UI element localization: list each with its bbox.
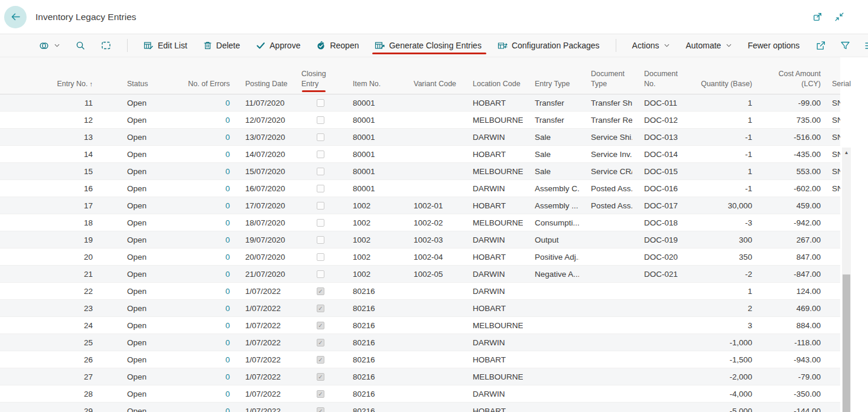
column-header-quantity-base[interactable]: Quantity (Base) — [688, 79, 755, 89]
back-button[interactable] — [4, 6, 27, 28]
table-row[interactable]: 12Open012/07/202080001MELBOURNETransferT… — [0, 112, 840, 129]
closing-entry-checkbox[interactable] — [317, 133, 324, 141]
scrollbar-up-arrow[interactable]: ▲ — [842, 148, 851, 157]
share-button[interactable] — [815, 41, 826, 51]
closing-entry-checkbox[interactable]: ✓ — [317, 390, 324, 398]
approve-button[interactable]: Approve — [256, 41, 300, 50]
cell-closing-entry[interactable] — [301, 133, 340, 141]
cell-no-of-errors[interactable]: 0 — [183, 116, 239, 125]
cell-no-of-errors[interactable]: 0 — [183, 201, 239, 210]
table-row[interactable]: 19Open019/07/202010021002-03DARWINOutput… — [0, 231, 840, 248]
views-button[interactable] — [39, 41, 60, 51]
closing-entry-checkbox[interactable] — [317, 168, 324, 175]
closing-entry-checkbox[interactable] — [317, 185, 324, 192]
cell-no-of-errors[interactable]: 0 — [183, 236, 239, 244]
cell-closing-entry[interactable] — [301, 185, 340, 192]
cell-no-of-errors[interactable]: 0 — [183, 355, 239, 364]
column-header-location-code[interactable]: Location Code — [461, 79, 523, 89]
cell-no-of-errors[interactable]: 0 — [183, 99, 239, 107]
closing-entry-checkbox[interactable] — [317, 116, 324, 124]
cell-closing-entry[interactable]: ✓ — [301, 339, 340, 346]
cell-closing-entry[interactable] — [301, 116, 340, 124]
configuration-packages-button[interactable]: Configuration Packages — [498, 41, 600, 50]
closing-entry-checkbox[interactable]: ✓ — [317, 373, 324, 381]
cell-closing-entry[interactable] — [301, 99, 340, 107]
table-row[interactable]: 29Open01/07/2022✓80216HOBART-5,000-144.0… — [0, 403, 840, 412]
closing-entry-checkbox[interactable] — [317, 236, 324, 244]
closing-entry-checkbox[interactable]: ✓ — [317, 407, 324, 412]
cell-closing-entry[interactable] — [301, 270, 340, 278]
column-header-no-of-errors[interactable]: No. of Errors — [183, 79, 239, 89]
table-row[interactable]: 26Open01/07/2022✓80216HOBART-1,500-943.0… — [0, 351, 840, 368]
table-row[interactable]: 18Open018/07/202010021002-02MELBOURNECon… — [0, 214, 840, 231]
cell-closing-entry[interactable]: ✓ — [301, 322, 340, 329]
cell-closing-entry[interactable]: ✓ — [301, 373, 340, 381]
closing-entry-checkbox[interactable] — [317, 202, 324, 210]
cell-closing-entry[interactable]: ✓ — [301, 305, 340, 312]
closing-entry-checkbox[interactable] — [317, 151, 324, 158]
cell-no-of-errors[interactable]: 0 — [183, 372, 239, 381]
cell-no-of-errors[interactable]: 0 — [183, 270, 239, 279]
generate-closing-entries-button[interactable]: Generate Closing Entries — [375, 41, 481, 50]
open-in-new-window-button[interactable] — [812, 12, 823, 22]
vertical-scrollbar[interactable]: ▲ — [842, 148, 851, 412]
cell-no-of-errors[interactable]: 0 — [183, 218, 239, 227]
table-row[interactable]: 15Open015/07/202080001MELBOURNESaleServi… — [0, 163, 840, 180]
reopen-button[interactable]: Reopen — [316, 41, 359, 50]
cell-no-of-errors[interactable]: 0 — [183, 184, 239, 193]
closing-entry-checkbox[interactable]: ✓ — [317, 322, 324, 329]
table-row[interactable]: 16Open016/07/202080001DARWINAssembly C..… — [0, 180, 840, 197]
column-header-entry-type[interactable]: Entry Type — [523, 79, 579, 89]
closing-entry-checkbox[interactable]: ✓ — [317, 287, 324, 295]
table-row[interactable]: 20Open020/07/202010021002-04HOBARTPositi… — [0, 248, 840, 266]
closing-entry-checkbox[interactable] — [317, 99, 324, 107]
column-header-serial[interactable]: Serial — [823, 79, 840, 89]
cell-closing-entry[interactable] — [301, 151, 340, 158]
cell-no-of-errors[interactable]: 0 — [183, 390, 239, 398]
search-button[interactable] — [76, 41, 85, 50]
table-row[interactable]: 25Open01/07/2022✓80216DARWIN-1,000-118.0… — [0, 334, 840, 351]
column-header-posting-date[interactable]: Posting Date — [239, 79, 301, 89]
fewer-options-button[interactable]: Fewer options — [747, 41, 799, 50]
column-header-status[interactable]: Status — [97, 79, 183, 89]
filter-button[interactable] — [840, 41, 850, 50]
column-header-closing-entry[interactable]: ClosingEntry — [301, 69, 340, 89]
cell-no-of-errors[interactable]: 0 — [183, 287, 239, 296]
table-row[interactable]: 13Open013/07/202080001DARWINSaleService … — [0, 129, 840, 146]
table-row[interactable]: 28Open01/07/2022✓80216DARWIN-4,000-350.0… — [0, 385, 840, 403]
closing-entry-checkbox[interactable] — [317, 253, 324, 261]
table-row[interactable]: 14Open014/07/202080001HOBARTSaleService … — [0, 146, 840, 163]
column-header-item-no[interactable]: Item No. — [340, 79, 402, 89]
collapse-window-button[interactable] — [834, 12, 844, 22]
table-row[interactable]: 22Open01/07/2022✓80216DARWIN1124.00 — [0, 283, 840, 300]
closing-entry-checkbox[interactable]: ✓ — [317, 339, 324, 346]
table-row[interactable]: 24Open01/07/2022✓80216MELBOURNE3884.00 — [0, 317, 840, 334]
automate-menu[interactable]: Automate — [685, 41, 732, 50]
table-row[interactable]: 21Open021/07/202010021002-05DARWINNegati… — [0, 266, 840, 283]
table-row[interactable]: 11Open011/07/202080001HOBARTTransferTran… — [0, 94, 840, 112]
cell-no-of-errors[interactable]: 0 — [183, 167, 239, 176]
cell-no-of-errors[interactable]: 0 — [183, 407, 239, 412]
table-row[interactable]: 17Open017/07/202010021002-01HOBARTAssemb… — [0, 197, 840, 214]
table-row[interactable]: 23Open01/07/2022✓80216HOBART2469.00 — [0, 300, 840, 317]
cell-closing-entry[interactable] — [301, 236, 340, 244]
column-header-entry-no[interactable]: Entry No.↑ — [0, 79, 97, 89]
cell-no-of-errors[interactable]: 0 — [183, 304, 239, 313]
cell-no-of-errors[interactable]: 0 — [183, 338, 239, 347]
cell-closing-entry[interactable]: ✓ — [301, 287, 340, 295]
analyze-button[interactable] — [101, 41, 111, 50]
cell-closing-entry[interactable] — [301, 202, 340, 210]
cell-closing-entry[interactable] — [301, 219, 340, 227]
list-view-button[interactable] — [864, 41, 868, 50]
cell-no-of-errors[interactable]: 0 — [183, 321, 239, 330]
column-header-variant-code[interactable]: Variant Code — [402, 79, 461, 89]
delete-button[interactable]: Delete — [203, 41, 240, 50]
closing-entry-checkbox[interactable]: ✓ — [317, 305, 324, 312]
cell-no-of-errors[interactable]: 0 — [183, 253, 239, 261]
column-header-cost-amount-lcy[interactable]: Cost Amount(LCY) — [755, 69, 823, 89]
cell-closing-entry[interactable]: ✓ — [301, 407, 340, 412]
closing-entry-checkbox[interactable] — [317, 219, 324, 227]
edit-list-button[interactable]: Edit List — [144, 41, 187, 50]
actions-menu[interactable]: Actions — [632, 41, 670, 50]
cell-no-of-errors[interactable]: 0 — [183, 150, 239, 159]
